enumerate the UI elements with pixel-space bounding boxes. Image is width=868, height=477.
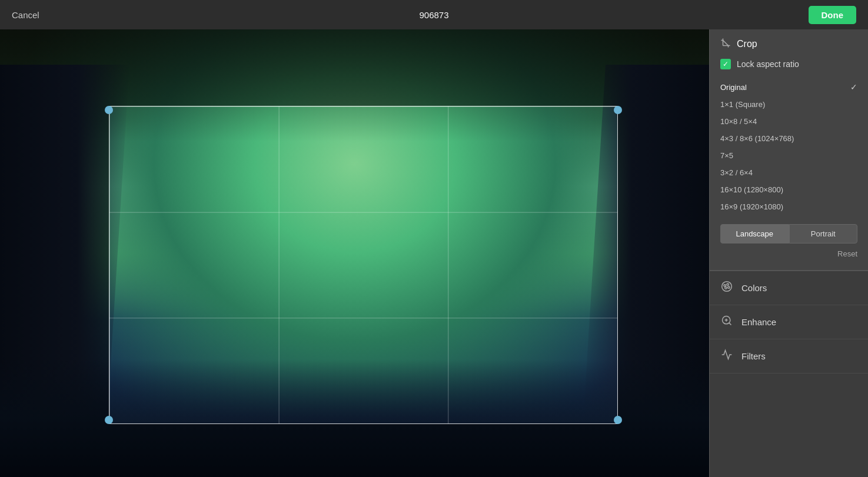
aspect-option-3[interactable]: 4×3 / 8×6 (1024×768) (710, 130, 868, 147)
crop-header: Crop (710, 29, 868, 56)
cancel-button[interactable]: Cancel (12, 10, 39, 20)
aspect-option-1[interactable]: 1×1 (Square) (710, 96, 868, 113)
right-panel: Crop ✓ Lock aspect ratio Original✓1×1 (S… (709, 29, 868, 477)
svg-point-2 (722, 282, 732, 292)
main-content: Crop ✓ Lock aspect ratio Original✓1×1 (S… (0, 29, 868, 477)
crop-overlay-top (0, 29, 709, 106)
portrait-button[interactable]: Portrait (789, 224, 858, 243)
svg-point-4 (727, 283, 729, 285)
selected-checkmark-icon: ✓ (850, 82, 857, 92)
side-tool-enhance[interactable]: Enhance (710, 305, 868, 339)
colors-icon (720, 281, 733, 295)
crop-title: Crop (737, 39, 757, 49)
side-tool-filters[interactable]: Filters (710, 339, 868, 373)
crop-handle-bottom-left[interactable] (105, 416, 113, 424)
aspect-option-label-1: 1×1 (Square) (720, 100, 765, 109)
svg-line-8 (729, 323, 731, 325)
aspect-option-7[interactable]: 16×9 (1920×1080) (710, 198, 868, 215)
aspect-option-label-6: 16×10 (1280×800) (720, 185, 783, 194)
svg-point-3 (724, 285, 726, 286)
side-tool-label-2: Filters (741, 351, 766, 361)
svg-point-5 (728, 286, 730, 288)
aspect-option-label-5: 3×2 / 6×4 (720, 168, 753, 177)
lock-label: Lock aspect ratio (737, 59, 799, 69)
aspect-option-4[interactable]: 7×5 (710, 147, 868, 164)
crop-rectangle[interactable] (109, 106, 618, 424)
reset-button[interactable]: Reset (837, 249, 857, 258)
crop-icon (720, 38, 731, 51)
aspect-option-label-7: 16×9 (1920×1080) (720, 202, 783, 211)
side-tools: ColorsEnhanceFilters (710, 271, 868, 477)
landscape-button[interactable]: Landscape (720, 224, 789, 243)
side-tool-label-0: Colors (741, 283, 767, 293)
canvas-area[interactable] (0, 29, 709, 477)
svg-point-6 (725, 287, 727, 289)
aspect-options-list: Original✓1×1 (Square)10×8 / 5×44×3 / 8×6… (710, 75, 868, 218)
side-tool-colors[interactable]: Colors (710, 271, 868, 305)
page-title: 906873 (419, 10, 448, 20)
aspect-option-6[interactable]: 16×10 (1280×800) (710, 181, 868, 198)
orientation-row: Landscape Portrait (720, 224, 857, 243)
crop-overlay-right (618, 106, 709, 424)
crop-handle-top-right[interactable] (614, 106, 622, 114)
crop-section: Crop ✓ Lock aspect ratio Original✓1×1 (S… (710, 29, 868, 271)
aspect-option-label-3: 4×3 / 8×6 (1024×768) (720, 134, 794, 143)
crop-overlay-bottom (0, 424, 709, 477)
crop-handle-bottom-right[interactable] (614, 416, 622, 424)
aspect-option-5[interactable]: 3×2 / 6×4 (710, 164, 868, 181)
topbar: Cancel 906873 Done (0, 0, 868, 29)
aspect-option-label-0: Original (720, 83, 747, 92)
reset-row: Reset (710, 246, 868, 261)
aspect-option-2[interactable]: 10×8 / 5×4 (710, 113, 868, 130)
side-tool-label-1: Enhance (741, 317, 776, 327)
enhance-icon (720, 315, 733, 329)
aspect-option-0[interactable]: Original✓ (710, 78, 868, 96)
aspect-option-label-4: 7×5 (720, 151, 733, 160)
lock-aspect-row[interactable]: ✓ Lock aspect ratio (710, 56, 868, 75)
lock-checkbox[interactable]: ✓ (720, 59, 731, 69)
crop-handle-top-left[interactable] (105, 106, 113, 114)
checkmark-icon: ✓ (723, 60, 729, 68)
crop-overlay-left (0, 106, 109, 424)
done-button[interactable]: Done (809, 6, 857, 24)
aspect-option-label-2: 10×8 / 5×4 (720, 117, 757, 126)
filters-icon (720, 349, 733, 363)
